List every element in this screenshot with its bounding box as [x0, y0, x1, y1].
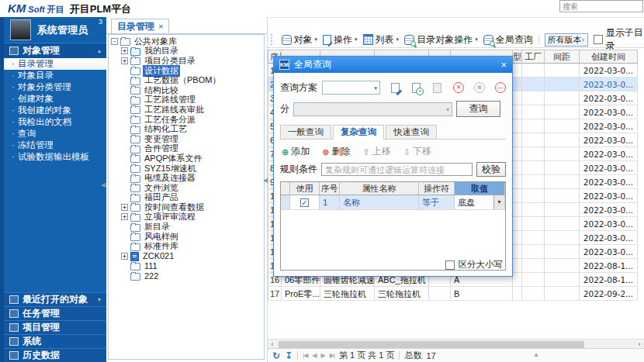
use-checkbox[interactable]: ✓: [300, 198, 309, 207]
case-sensitive-checkbox[interactable]: [445, 260, 455, 270]
sidebar-item[interactable]: 创建对象: [4, 93, 106, 105]
cell: [522, 259, 545, 273]
list-menu-button[interactable]: 列表 ▾: [363, 33, 400, 47]
sidebar-item[interactable]: 我检出的文档: [4, 116, 106, 128]
column-header[interactable]: 型: [513, 50, 522, 64]
tree-item[interactable]: +文件浏览: [109, 183, 264, 193]
prev-page-icon[interactable]: ◀: [312, 352, 316, 359]
operation-menu-button[interactable]: 操作 ▾: [323, 33, 358, 47]
tree-item[interactable]: +工艺数据（PBOM）: [109, 75, 264, 85]
tree-splitter-arrow-icon[interactable]: ◀: [263, 177, 268, 184]
category-select[interactable]: ˅: [293, 102, 452, 116]
version-select[interactable]: 所有版本 ˅: [545, 33, 588, 47]
column-header[interactable]: 工厂: [522, 50, 545, 64]
tree-item[interactable]: +项目分类目录: [109, 56, 264, 66]
table-row[interactable]: 17ProE零...三轮拖拉机三轮拖拉机B2022-09-2...: [268, 287, 639, 301]
object-menu-button[interactable]: 对象 ▾: [282, 33, 318, 47]
value-dropdown-icon[interactable]: ▼: [493, 195, 504, 209]
sidebar-item[interactable]: 查询: [4, 128, 106, 140]
user-name: 系统管理员: [37, 23, 88, 37]
chevron-down-icon: ▾: [374, 85, 377, 91]
tree-item[interactable]: +风电样例: [109, 232, 264, 242]
dir-object-operation-button[interactable]: 目录对象操作 ▾: [404, 33, 478, 47]
search-input[interactable]: [559, 0, 643, 12]
tree-item[interactable]: +ZCK021: [109, 251, 264, 261]
tree-item[interactable]: +111: [109, 261, 264, 271]
sidebar-section[interactable]: 最近打开的对象▾: [4, 292, 106, 306]
rule-row[interactable]: ✓ 1 名称 等于 底盘▼: [281, 195, 505, 210]
sidebar-section[interactable]: 任务管理: [4, 306, 106, 320]
page-info: 第 1 页 共 1 页: [339, 350, 395, 361]
attr-cell[interactable]: 名称: [340, 195, 419, 210]
folder-link-icon: [130, 48, 140, 56]
op-cell[interactable]: 等于: [419, 195, 455, 210]
tab-quick-query[interactable]: 快速查询: [386, 125, 437, 139]
delete-scheme-icon[interactable]: ✕: [453, 82, 464, 93]
first-page-icon[interactable]: |◀: [303, 352, 307, 359]
dir-object-search-icon: [404, 35, 414, 45]
remove-scheme-icon[interactable]: —: [495, 82, 506, 93]
collapse-icon[interactable]: -: [111, 38, 118, 45]
horizontal-scrollbar[interactable]: ‹ ›: [268, 339, 644, 348]
tree-item[interactable]: +结构化工艺: [109, 124, 264, 134]
dialog-close-icon[interactable]: ×: [500, 60, 507, 70]
last-page-icon[interactable]: ▶|: [330, 352, 334, 359]
tab-directory-management[interactable]: 目录管理 ×: [111, 19, 169, 33]
column-header[interactable]: 创建时间: [580, 50, 638, 64]
export-icon[interactable]: ↧: [285, 350, 293, 361]
tree-item[interactable]: +标准件库: [109, 241, 264, 251]
tree-item[interactable]: +立项评审流程: [109, 212, 264, 222]
expand-icon[interactable]: +: [121, 213, 128, 220]
tab-label: 目录管理: [117, 20, 154, 33]
query-button[interactable]: 查询: [456, 101, 500, 117]
scheme-select[interactable]: ▾: [322, 81, 380, 95]
column-header[interactable]: 间距: [545, 50, 580, 64]
cell: [513, 105, 522, 119]
expand-icon[interactable]: +: [121, 204, 128, 211]
expand-icon[interactable]: +: [121, 47, 128, 54]
tab-complex-query[interactable]: 复杂查询: [333, 125, 384, 140]
cell: 2022-03-0...: [580, 147, 638, 161]
tree-item[interactable]: +222: [109, 271, 264, 281]
validate-button[interactable]: 校验: [476, 162, 506, 177]
scroll-up-arrow-icon[interactable]: ▲: [533, 351, 539, 358]
sidebar-section-object-management[interactable]: 对象管理 ▴: [4, 43, 106, 58]
sidebar-item[interactable]: 试验数据输出模板: [4, 151, 106, 163]
add-rule-button[interactable]: ⊕添加: [282, 145, 310, 158]
sidebar-section[interactable]: 历史数据: [4, 348, 106, 362]
tab-general-query[interactable]: 一般查询: [280, 125, 331, 139]
tab-close-icon[interactable]: ×: [158, 22, 163, 31]
delete-rule-button[interactable]: ⊗删除: [322, 145, 350, 158]
rule-condition-input[interactable]: [321, 163, 473, 176]
new-scheme-icon[interactable]: [411, 82, 422, 93]
next-page-icon[interactable]: ▶: [321, 352, 325, 359]
sidebar-item[interactable]: 我创建的对象: [4, 105, 106, 116]
refresh-icon[interactable]: ↻: [272, 350, 280, 361]
sidebar-item[interactable]: 对象分类管理: [4, 81, 106, 93]
edit-scheme-icon[interactable]: [390, 82, 401, 93]
tree-item[interactable]: +新目录: [109, 222, 264, 232]
move-down-button[interactable]: ⇩下移: [403, 145, 431, 158]
expand-icon[interactable]: +: [121, 253, 128, 260]
value-cell[interactable]: 底盘▼: [455, 195, 505, 210]
logo-soft: Soft: [28, 5, 44, 14]
move-up-button[interactable]: ⇧上移: [362, 145, 390, 158]
expand-icon[interactable]: +: [121, 57, 128, 64]
global-query-button[interactable]: 全局查询: [483, 33, 533, 47]
sidebar-item[interactable]: 目录管理: [4, 58, 106, 70]
list-table-icon: [363, 34, 373, 45]
tree-item[interactable]: +变更管理: [109, 134, 264, 144]
sidebar-item[interactable]: 对象目录: [4, 70, 106, 81]
tree-item[interactable]: +电缆及连接器: [109, 173, 264, 183]
sidebar-section[interactable]: 系统: [4, 334, 106, 348]
sidebar-item[interactable]: 冻结管理: [4, 140, 106, 151]
cell: [522, 147, 545, 161]
sidebar-section[interactable]: 项目管理: [4, 320, 106, 334]
dialog-title-bar[interactable]: KM 全局查询 ×: [274, 57, 512, 73]
show-subdir-checkbox[interactable]: [594, 35, 603, 44]
total-count: 17: [426, 351, 435, 360]
sidebar-splitter-arrow-icon[interactable]: ◀: [101, 181, 106, 188]
row-selector[interactable]: [281, 195, 290, 210]
scrollbar-thumb[interactable]: [279, 341, 584, 348]
tree-item[interactable]: -公共对象库: [109, 36, 264, 47]
